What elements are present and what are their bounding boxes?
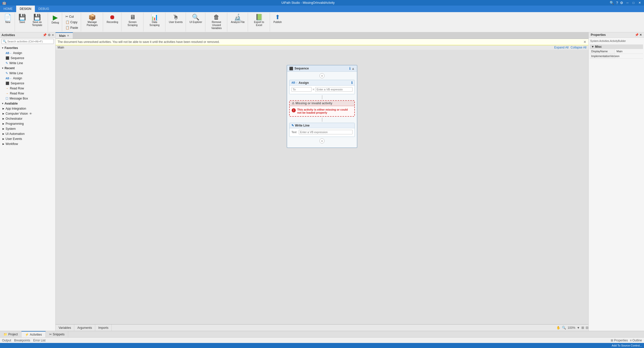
close-button[interactable]: ✕ (637, 1, 642, 5)
canvas-tab-main[interactable]: Main ✕ (56, 32, 73, 39)
list-item[interactable]: AB→ Assign (0, 76, 55, 81)
canvas-scroll[interactable]: ⬛ Sequence ℹ ▲ + (56, 50, 588, 324)
debug-button[interactable]: ▶ Debug (50, 13, 60, 30)
list-item[interactable]: ⬛ Sequence (0, 56, 55, 61)
cut-button[interactable]: ✂ Cut (64, 14, 79, 19)
canvas-tab-close-icon[interactable]: ✕ (67, 34, 69, 37)
list-item[interactable]: ▶ Workflow (0, 141, 55, 146)
list-item[interactable]: ▶ Orchestrator (0, 116, 55, 121)
save-button[interactable]: 💾 Save (17, 13, 28, 30)
fit-all-icon[interactable]: ⊞ (581, 326, 584, 330)
missing-header: ⚠ Missing or invalid activity (290, 101, 354, 106)
tab-snippets[interactable]: ✂ Snippets (46, 331, 68, 337)
title-search-icon[interactable]: 🔍 (610, 1, 614, 5)
warning-close-button[interactable]: ✕ (583, 40, 586, 44)
assign-to-input[interactable] (291, 87, 312, 92)
list-item[interactable]: AB→ Assign (0, 51, 55, 56)
category-recent[interactable]: ▼ Recent (0, 66, 55, 71)
remove-unused-variables-button[interactable]: 🗑 Remove Unused Variables (207, 13, 226, 30)
properties-misc-header[interactable]: ▼ Misc (590, 44, 643, 49)
implementation-version-value[interactable] (615, 54, 643, 58)
title-help-icon[interactable]: ? (616, 1, 618, 5)
properties-close-icon[interactable]: ✕ (639, 33, 642, 37)
status-right: ⊞ Properties ≡ Outline (611, 339, 642, 342)
tab-design[interactable]: DESIGN (16, 6, 35, 12)
sequence-collapse-icon[interactable]: ▲ (351, 66, 355, 70)
maximize-button[interactable]: □ (632, 1, 635, 5)
copy-button[interactable]: 📋 Copy (64, 19, 79, 25)
properties-panel-button[interactable]: ⊞ Properties (611, 339, 628, 342)
error-list-button[interactable]: Error List (33, 339, 45, 342)
list-item[interactable]: ▶ Programming (0, 121, 55, 126)
settings-icon[interactable]: ⚙ (48, 33, 51, 37)
pin-icon[interactable]: 📌 (43, 33, 47, 37)
tab-project[interactable]: 📁 Project (0, 331, 21, 337)
add-activity-top-button[interactable]: + (287, 73, 357, 78)
hand-icon[interactable]: ✋ (556, 326, 560, 330)
display-name-value[interactable]: Main (615, 49, 643, 54)
category-favorites[interactable]: ▼ Favorites (0, 45, 55, 51)
title-settings-icon[interactable]: ⚙ (620, 1, 623, 5)
save-as-template-button[interactable]: 💾 Save as Template (28, 13, 46, 30)
title-bar: 🤖 UiPath Studio - MissingOrInvalidActivi… (0, 0, 644, 6)
list-item[interactable]: ☐ Message Box (0, 96, 55, 101)
output-button[interactable]: Output (2, 339, 11, 342)
user-events-button[interactable]: 🖱 User Events (167, 13, 184, 30)
list-item[interactable]: → Read Row (0, 91, 55, 96)
breadcrumb-actions: Expand All Collapse All (554, 46, 586, 49)
list-item[interactable]: ✎ Write Line (0, 71, 55, 76)
manage-packages-button[interactable]: 📦 Manage Packages (83, 13, 101, 30)
list-item[interactable]: ▶ Computer Vision 👁 (0, 111, 55, 116)
outline-button[interactable]: ≡ Outline (630, 339, 642, 342)
recording-button[interactable]: ⏺ Recording (105, 13, 120, 30)
list-item[interactable]: → Read Row (0, 86, 55, 91)
collapse-all-button[interactable]: Collapse All (571, 46, 586, 49)
warning-text: The document has unresolved activities. … (58, 40, 220, 44)
breakpoints-button[interactable]: Breakpoints (14, 339, 30, 342)
category-available[interactable]: ▼ Available (0, 101, 55, 106)
add-to-source-control-button[interactable]: Add To Source Control... (612, 344, 642, 347)
assign-info-icon[interactable]: ℹ (351, 81, 353, 85)
expand-all-button[interactable]: Expand All (554, 46, 569, 49)
sequence-info-icon[interactable]: ℹ (349, 66, 351, 70)
properties-pin-icon[interactable]: 📌 (635, 33, 639, 37)
write-text-input[interactable] (299, 130, 353, 134)
new-button[interactable]: 📄 New (3, 13, 13, 30)
tab-arguments[interactable]: Arguments (74, 325, 95, 331)
export-to-excel-button[interactable]: 📗 Export to Excel (250, 13, 268, 30)
analyze-file-button[interactable]: 🔬 Analyze File (229, 13, 246, 30)
list-item[interactable]: ▶ System (0, 126, 55, 131)
activity-label: Assign (13, 77, 22, 80)
error-circle-icon: ! (292, 108, 296, 112)
ribbon-group-recording: ⏺ Recording (104, 13, 121, 32)
sequence-title: ⬛ Sequence (289, 67, 309, 70)
filter-icon[interactable]: ≡ (52, 33, 54, 37)
screen-scraping-button[interactable]: 🖥 Screen Scraping (123, 13, 142, 30)
activity-label: Orchestrator (6, 117, 22, 120)
ui-explorer-button[interactable]: 🔍 UI Explorer (188, 13, 204, 30)
list-item[interactable]: ▶ UI Automation (0, 131, 55, 136)
fit-icon[interactable]: 🔍 (562, 326, 566, 330)
list-item[interactable]: ▶ User Events (0, 136, 55, 141)
fit-selection-icon[interactable]: ⊟ (586, 326, 588, 330)
tab-activities[interactable]: ⚡ Activities (21, 331, 45, 337)
canvas-area: Main ✕ The document has unresolved activ… (56, 32, 588, 331)
publish-button[interactable]: ⬆ Publish (272, 13, 283, 30)
search-input[interactable] (7, 40, 53, 43)
assign-value-input[interactable] (315, 87, 353, 92)
tab-home[interactable]: HOME (0, 6, 16, 12)
list-item[interactable]: ▶ App Integration (0, 106, 55, 111)
activity-label: Computer Vision (6, 112, 28, 115)
minimize-button[interactable]: ─ (625, 1, 630, 5)
data-scraping-button[interactable]: 📊 Data Scraping (145, 13, 164, 30)
properties-panel: Properties 📌 ✕ System.Activities.Activit… (588, 32, 644, 331)
tab-debug[interactable]: DEBUG (35, 6, 53, 12)
add-activity-bottom-button[interactable]: + (287, 138, 357, 143)
tab-variables[interactable]: Variables (56, 325, 74, 331)
list-item[interactable]: ⬛ Sequence (0, 81, 55, 86)
zoom-down-icon[interactable]: ▼ (577, 326, 580, 330)
tab-imports[interactable]: Imports (95, 325, 112, 331)
list-item[interactable]: ✎ Write Line (0, 61, 55, 66)
assign-block-label: Assign (299, 81, 309, 85)
paste-button[interactable]: 📋 Paste (64, 25, 79, 30)
